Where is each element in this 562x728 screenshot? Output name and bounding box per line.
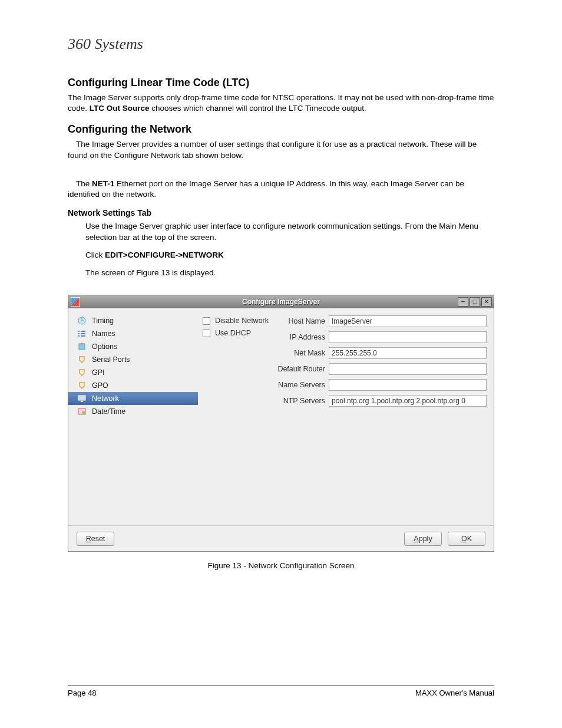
ip-address-label: IP Address xyxy=(290,333,325,341)
sidebar-item-label: Options xyxy=(92,342,117,351)
svg-point-10 xyxy=(81,342,83,345)
sidebar-item-serial[interactable]: Serial Ports xyxy=(68,353,198,366)
page-footer: Page 48 MAXX Owner's Manual xyxy=(68,686,494,697)
svg-rect-7 xyxy=(78,335,80,337)
sidebar-item-gpi[interactable]: GPI xyxy=(68,366,198,379)
para-nettab-2: The screen of Figure 13 is displayed. xyxy=(85,268,494,278)
para-ltc: The Image Server supports only drop-fram… xyxy=(68,93,494,114)
name-servers-label: Name Servers xyxy=(278,381,325,389)
monitor-icon xyxy=(77,394,87,403)
svg-rect-3 xyxy=(78,331,80,332)
clock-icon xyxy=(77,316,87,325)
use-dhcp-checkbox[interactable] xyxy=(203,330,210,337)
default-router-input[interactable] xyxy=(329,363,487,375)
text: Click xyxy=(85,251,105,259)
sidebar-item-label: Serial Ports xyxy=(92,355,130,364)
svg-rect-12 xyxy=(81,401,83,402)
sidebar-item-gpo[interactable]: GPO xyxy=(68,379,198,392)
sidebar-item-label: Network xyxy=(92,394,119,403)
sidebar-item-timing[interactable]: Timing xyxy=(68,314,198,327)
sidebar-item-label: GPO xyxy=(92,381,108,390)
gpi-icon xyxy=(77,368,87,377)
sidebar-item-label: Date/Time xyxy=(92,407,125,416)
net-mask-label: Net Mask xyxy=(294,349,325,357)
minimize-button[interactable]: – xyxy=(458,297,468,307)
manual-title: MAXX Owner's Manual xyxy=(415,689,494,697)
btn-label: pply xyxy=(419,535,432,543)
svg-rect-8 xyxy=(81,335,85,337)
titlebar[interactable]: Configure ImageServer – □ × xyxy=(68,295,494,308)
calendar-icon xyxy=(77,407,87,416)
ip-address-input[interactable] xyxy=(329,331,487,343)
brand-logo: 360 Systems xyxy=(68,35,494,53)
text: Ethernet port on the Image Server has a … xyxy=(68,179,464,199)
sidebar-item-names[interactable]: Names xyxy=(68,327,198,340)
sidebar-item-label: Timing xyxy=(92,317,114,325)
svg-rect-6 xyxy=(81,333,85,334)
dialog-content: Disable Network Use DHCP Host Name Image… xyxy=(198,308,494,525)
window-title: Configure ImageServer xyxy=(68,298,494,306)
default-router-label: Default Router xyxy=(277,365,325,373)
subheading-network-tab: Network Settings Tab xyxy=(68,208,494,218)
page-number: Page 48 xyxy=(68,689,96,697)
svg-rect-4 xyxy=(81,331,85,332)
heading-network: Configuring the Network xyxy=(68,123,494,136)
para-nettab-1: Use the Image Server graphic user interf… xyxy=(85,221,494,242)
ntp-servers-input[interactable]: pool.ntp.org 1.pool.ntp.org 2.pool.ntp.o… xyxy=(329,395,487,407)
apply-button[interactable]: Apply xyxy=(404,532,442,546)
serial-icon xyxy=(77,355,87,364)
net-mask-input[interactable]: 255.255.255.0 xyxy=(329,347,487,359)
ok-button[interactable]: OK xyxy=(448,532,485,546)
sidebar-item-network[interactable]: Network xyxy=(68,392,198,405)
configure-dialog: Configure ImageServer – □ × Timing Names xyxy=(68,295,494,552)
text-bold: NET-1 xyxy=(92,179,114,188)
text: chooses which channel will control the L… xyxy=(150,104,366,113)
sidebar-item-datetime[interactable]: Date/Time xyxy=(68,405,198,418)
use-dhcp-label: Use DHCP xyxy=(215,329,251,337)
heading-ltc: Configuring Linear Time Code (LTC) xyxy=(68,77,494,89)
maximize-button[interactable]: □ xyxy=(470,297,480,307)
sidebar-item-options[interactable]: Options xyxy=(68,340,198,353)
sidebar-item-label: GPI xyxy=(92,368,105,377)
close-button[interactable]: × xyxy=(481,297,492,307)
sidebar-item-label: Names xyxy=(92,330,115,338)
gpo-icon xyxy=(77,381,87,390)
text-bold: LTC Out Source xyxy=(90,104,150,113)
para-net-1: The Image Server provides a number of us… xyxy=(68,139,494,160)
puzzle-icon xyxy=(77,342,87,351)
disable-network-checkbox[interactable] xyxy=(203,317,210,325)
svg-rect-11 xyxy=(78,396,85,400)
name-servers-input[interactable] xyxy=(329,379,487,391)
text: The xyxy=(76,179,92,188)
figure-caption: Figure 13 - Network Configuration Screen xyxy=(68,561,494,570)
ntp-servers-label: NTP Servers xyxy=(283,397,325,405)
para-nettab-click: Click EDIT>CONFIGURE->NETWORK xyxy=(85,250,494,261)
btn-label: K xyxy=(467,535,472,543)
para-net-2: The NET-1 Ethernet port on the Image Ser… xyxy=(68,179,494,200)
btn-label: eset xyxy=(91,535,105,543)
disable-network-label: Disable Network xyxy=(215,317,269,325)
reset-button[interactable]: Reset xyxy=(77,532,114,546)
text-bold: EDIT>CONFIGURE->NETWORK xyxy=(105,251,224,259)
svg-rect-5 xyxy=(78,333,80,334)
host-name-label: Host Name xyxy=(288,317,325,325)
sidebar: Timing Names Options Serial Ports xyxy=(68,308,198,525)
svg-point-14 xyxy=(82,411,85,414)
list-icon xyxy=(77,329,87,338)
host-name-input[interactable]: ImageServer xyxy=(329,315,487,327)
